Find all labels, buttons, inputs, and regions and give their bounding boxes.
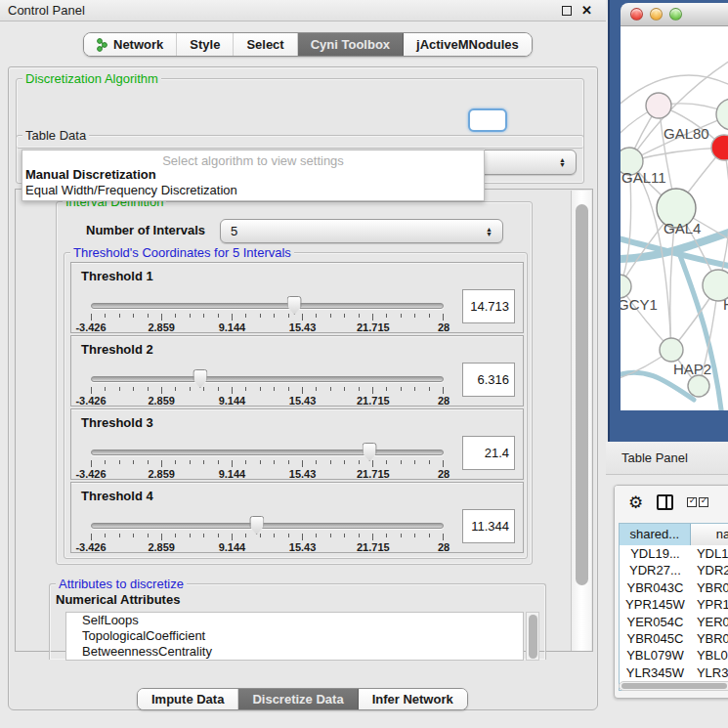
- column-layout-icon[interactable]: [657, 494, 673, 510]
- tab-infer-network[interactable]: Infer Network: [359, 689, 467, 709]
- tab-select[interactable]: Select: [234, 33, 297, 56]
- tick-label: 9.144: [219, 541, 246, 553]
- node-bottom-partial[interactable]: [688, 375, 709, 397]
- node-gcy1[interactable]: [621, 275, 631, 298]
- checkbox-icon: [687, 497, 697, 507]
- network-canvas[interactable]: GAL80 GA C GAL11 GAL4 GCY1 H HAP2: [621, 26, 728, 410]
- threshold-4-slider[interactable]: -3.426 2.859 9.144 15.43 21.715 28: [91, 520, 444, 553]
- control-panel-titlebar: Control Panel ✕: [0, 0, 606, 21]
- threshold-2-value-field[interactable]: 6.316: [462, 363, 515, 397]
- tick-label: 9.144: [219, 468, 246, 480]
- algorithm-option-equal-width[interactable]: Equal Width/Frequency Discretization: [22, 183, 484, 198]
- threshold-4-panel: Threshold 4 -3.426 2.859 9.144 15.43: [70, 482, 524, 553]
- tick-label: -3.426: [75, 395, 106, 407]
- tick-label: 15.43: [289, 468, 317, 480]
- slider-track[interactable]: [91, 450, 444, 455]
- tick-label: 15.43: [289, 321, 317, 333]
- slider-track[interactable]: [91, 303, 444, 309]
- tab-discretize-data[interactable]: Discretize Data: [238, 689, 358, 709]
- tab-style[interactable]: Style: [177, 33, 234, 56]
- network-window-titlebar[interactable]: [621, 3, 728, 26]
- tick-label: 28: [438, 541, 450, 553]
- tick-label: 21.715: [357, 395, 390, 407]
- tab-cyni-toolbox-label: Cyni Toolbox: [311, 37, 390, 52]
- tab-jactivemnodules[interactable]: jActiveMNodules: [404, 33, 532, 56]
- table-panel-titlebar: Table Panel: [606, 442, 728, 475]
- column-header-shared-name[interactable]: shared...: [620, 524, 691, 545]
- table-horizontal-scrollbar[interactable]: [619, 681, 728, 691]
- cell-shared-name: YER054C: [620, 614, 691, 630]
- number-of-intervals-combobox[interactable]: 5 ▲▼: [220, 219, 503, 243]
- slider-tick-labels: -3.426 2.859 9.144 15.43 21.715 28: [91, 541, 444, 553]
- numerical-attributes-list[interactable]: SelfLoops TopologicalCoefficient Between…: [65, 612, 524, 661]
- tab-network-label: Network: [113, 37, 163, 52]
- tick-label: -3.426: [75, 541, 106, 553]
- node-label-hap2: HAP2: [673, 361, 711, 377]
- column-header-name[interactable]: na: [691, 524, 728, 545]
- scrollbar-thumb[interactable]: [576, 204, 588, 585]
- node-hap2[interactable]: [660, 338, 683, 362]
- threshold-1-label: Threshold 1: [81, 269, 153, 283]
- table-row[interactable]: YBL079W YBL0: [620, 647, 728, 664]
- table-row[interactable]: YBR043C YBR0: [620, 579, 728, 596]
- algorithm-option-manual[interactable]: Manual Discretization: [22, 167, 484, 183]
- cell-shared-name: YPR145W: [620, 596, 691, 613]
- threshold-4-value-field[interactable]: 11.344: [462, 509, 515, 543]
- zoom-traffic-light-icon[interactable]: [669, 8, 682, 21]
- cell-shared-name: YDL19...: [620, 545, 691, 562]
- minimize-traffic-light-icon[interactable]: [650, 8, 663, 21]
- table-row[interactable]: YDR27... YDR2: [620, 562, 728, 578]
- tab-discretize-data-label: Discretize Data: [252, 692, 343, 707]
- threshold-2-slider[interactable]: -3.426 2.859 9.144 15.43 21.715 28: [91, 373, 444, 407]
- checkbox-icon: [699, 497, 708, 507]
- cyni-bottom-tabs: Impute Data Discretize Data Infer Networ…: [137, 688, 468, 710]
- scrollbar-thumb[interactable]: [621, 683, 727, 689]
- settings-vertical-scrollbar[interactable]: [571, 191, 591, 651]
- attributes-list-scrollbar[interactable]: [526, 612, 539, 661]
- number-of-intervals-value: 5: [231, 224, 237, 238]
- threshold-4-label: Threshold 4: [81, 489, 153, 503]
- list-item[interactable]: SelfLoops: [66, 613, 523, 628]
- slider-ticks: [91, 533, 444, 540]
- tick-label: 2.859: [148, 321, 175, 333]
- network-graph: GAL80 GA C GAL11 GAL4 GCY1 H HAP2: [621, 26, 728, 410]
- algorithm-combobox[interactable]: [468, 108, 507, 132]
- slider-track[interactable]: [91, 376, 444, 382]
- node-table: shared... na YDL19... YDL1 YDR27... YDR2…: [619, 523, 728, 691]
- close-traffic-light-icon[interactable]: [630, 8, 643, 21]
- slider-tick-labels: -3.426 2.859 9.144 15.43 21.715 28: [91, 468, 444, 480]
- tab-network[interactable]: Network: [84, 33, 177, 56]
- algorithm-prompt-option[interactable]: Select algorithm to view settings: [22, 150, 484, 167]
- slider-track[interactable]: [91, 523, 444, 529]
- panel-title: Control Panel: [8, 3, 85, 18]
- table-row[interactable]: YDL19... YDL1: [620, 545, 728, 562]
- threshold-3-value-field[interactable]: 21.4: [462, 436, 515, 470]
- select-columns-icon[interactable]: [687, 497, 708, 507]
- table-row[interactable]: YER054C YER0: [620, 614, 728, 630]
- table-row[interactable]: YLR345W YLR3: [620, 664, 728, 681]
- tab-impute-data[interactable]: Impute Data: [138, 689, 238, 709]
- network-view-window: GAL80 GA C GAL11 GAL4 GCY1 H HAP2: [608, 0, 728, 442]
- threshold-3-slider[interactable]: -3.426 2.859 9.144 15.43 21.715 28: [91, 447, 444, 480]
- close-icon[interactable]: ✕: [581, 6, 592, 16]
- combo-stepper-icon: ▲▼: [486, 227, 492, 236]
- cell-shared-name: YLR345W: [620, 664, 691, 681]
- node-partial-top-right[interactable]: [716, 99, 728, 130]
- tick-label: 21.715: [357, 321, 390, 333]
- thresholds-group: Threshold's Coordinates for 5 Intervals …: [64, 252, 528, 559]
- float-window-icon[interactable]: [562, 6, 572, 16]
- table-row[interactable]: YPR145W YPR1: [620, 596, 728, 613]
- list-item[interactable]: TopologicalCoefficient: [66, 628, 523, 644]
- table-row[interactable]: YBR045C YBR0: [620, 630, 728, 647]
- threshold-1-value-field[interactable]: 14.713: [462, 289, 515, 323]
- tab-infer-network-label: Infer Network: [372, 692, 453, 707]
- list-item[interactable]: BetweennessCentrality: [66, 644, 523, 660]
- table-settings-gear-icon[interactable]: ⚙: [628, 494, 643, 511]
- node-gal80[interactable]: [646, 93, 671, 118]
- cell-name: YPR1: [691, 596, 728, 613]
- cell-shared-name: YBL079W: [620, 647, 691, 664]
- tab-cyni-toolbox[interactable]: Cyni Toolbox: [298, 33, 404, 56]
- threshold-1-slider[interactable]: -3.426 2.859 9.144 15.43 21.715 28: [91, 300, 444, 333]
- cyni-toolbox-pane: Discretization Algorithm Select algorith…: [8, 66, 598, 710]
- tick-label: 2.859: [148, 468, 175, 480]
